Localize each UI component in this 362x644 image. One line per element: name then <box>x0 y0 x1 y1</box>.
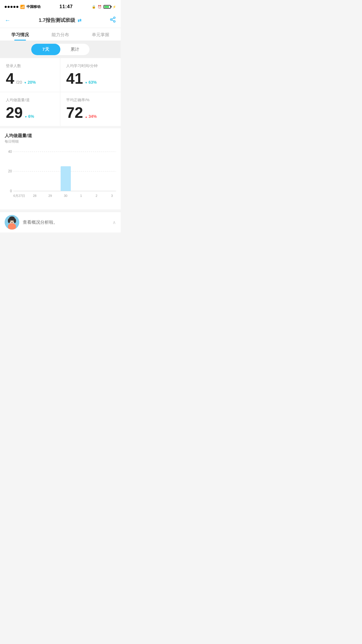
signal-dots <box>5 6 18 8</box>
page-title: 1.7报告测试班级 <box>39 17 75 24</box>
share-button[interactable] <box>110 16 116 24</box>
toggle-cumulative[interactable]: 累计 <box>60 44 89 55</box>
stat-accuracy-value-row: 72 34% <box>66 105 115 120</box>
status-left: 📶 中国移动 <box>5 4 41 9</box>
chart-section: 人均做题量/道 每日明细 40 20 0 6月27日 28 29 30 1 2 … <box>0 128 121 209</box>
svg-text:0: 0 <box>10 189 12 193</box>
chart-subtitle: 每日明细 <box>5 139 116 144</box>
arrow-down-icon2 <box>85 80 88 85</box>
alarm-icon: ⏰ <box>98 5 102 9</box>
lock-icon: 🔒 <box>92 5 96 9</box>
tabs-bar: 学习情况 能力分布 单元掌握 <box>0 28 121 41</box>
stat-studytime-change: 63% <box>85 80 97 85</box>
stat-questions-main: 29 <box>6 105 23 120</box>
toggle-section: 7天 累计 <box>0 41 121 58</box>
stat-logins-main: 4 <box>6 71 14 86</box>
tab-learning[interactable]: 学习情况 <box>0 28 40 41</box>
svg-text:40: 40 <box>8 150 12 154</box>
svg-point-23 <box>14 218 16 223</box>
tab-ability[interactable]: 能力分布 <box>40 28 80 41</box>
svg-text:3: 3 <box>111 194 113 197</box>
svg-text:29: 29 <box>48 194 52 197</box>
toggle-pill: 7天 累计 <box>31 44 89 55</box>
svg-rect-11 <box>61 166 71 191</box>
stat-logins-value-row: 4 /20 20% <box>6 71 54 86</box>
stat-studytime-value-row: 41 63% <box>66 71 115 86</box>
svg-text:30: 30 <box>64 194 67 197</box>
shuffle-icon[interactable]: ⇄ <box>78 18 81 23</box>
stat-accuracy-change: 34% <box>85 114 97 119</box>
svg-line-4 <box>112 18 114 19</box>
bottom-message: 查看概况分析啦。 <box>23 220 109 225</box>
stat-logins-sub: /20 <box>16 80 22 85</box>
svg-point-2 <box>114 21 115 22</box>
stat-accuracy: 平均正确率/% 72 34% <box>60 92 121 126</box>
svg-text:1: 1 <box>80 194 82 197</box>
status-time: 11:47 <box>59 4 73 9</box>
stat-questions-label: 人均做题量/道 <box>6 97 54 103</box>
stat-studytime-main: 41 <box>66 71 83 86</box>
stat-studytime-label: 人均学习时间/分钟 <box>66 63 115 69</box>
chart-container: 40 20 0 6月27日 28 29 30 1 2 3 <box>5 149 116 207</box>
stat-logins-change: 20% <box>24 80 36 85</box>
header-title-group: 1.7报告测试班级 ⇄ <box>39 17 82 24</box>
stat-questions-value-row: 29 6% <box>6 105 54 120</box>
bolt-icon: ⚡ <box>113 5 116 8</box>
svg-point-22 <box>8 218 10 223</box>
arrow-down-icon <box>24 80 27 85</box>
toggle-7days[interactable]: 7天 <box>31 44 60 55</box>
stat-study-time: 人均学习时间/分钟 41 63% <box>60 58 121 92</box>
bottom-bar[interactable]: 查看概况分析啦。 ∧ <box>0 212 121 232</box>
back-button[interactable]: ← <box>5 17 10 24</box>
header: ← 1.7报告测试班级 ⇄ <box>0 13 121 28</box>
status-bar: 📶 中国移动 11:47 🔒 ⏰ ⚡ <box>0 0 121 13</box>
stat-logins: 登录人数 4 /20 20% <box>0 58 60 92</box>
status-right: 🔒 ⏰ ⚡ <box>92 5 116 9</box>
arrow-up-icon <box>85 114 88 119</box>
avatar <box>5 215 19 230</box>
chart-title: 人均做题量/道 <box>5 133 116 139</box>
stat-accuracy-main: 72 <box>66 105 83 120</box>
svg-text:28: 28 <box>33 194 36 197</box>
svg-line-3 <box>112 20 114 21</box>
stat-questions: 人均做题量/道 29 6% <box>0 92 60 126</box>
arrow-down-icon3 <box>24 114 27 119</box>
stat-accuracy-label: 平均正确率/% <box>66 97 115 103</box>
svg-point-1 <box>110 19 112 20</box>
stats-grid: 登录人数 4 /20 20% 人均学习时间/分钟 41 63% 人均做题量/道 … <box>0 58 121 126</box>
bar-chart: 40 20 0 6月27日 28 29 30 1 2 3 <box>5 149 116 207</box>
stat-logins-label: 登录人数 <box>6 63 54 69</box>
svg-text:6月27日: 6月27日 <box>13 194 25 197</box>
svg-text:2: 2 <box>96 194 97 197</box>
battery-icon <box>103 5 111 9</box>
tab-unit[interactable]: 单元掌握 <box>80 28 121 41</box>
svg-point-0 <box>114 17 115 19</box>
stat-questions-change: 6% <box>24 114 34 119</box>
svg-text:20: 20 <box>8 169 12 173</box>
svg-point-25 <box>10 220 11 221</box>
wifi-icon: 📶 <box>20 5 25 9</box>
chevron-up-icon[interactable]: ∧ <box>113 220 116 225</box>
carrier-label: 中国移动 <box>27 4 41 9</box>
svg-point-26 <box>13 220 14 221</box>
